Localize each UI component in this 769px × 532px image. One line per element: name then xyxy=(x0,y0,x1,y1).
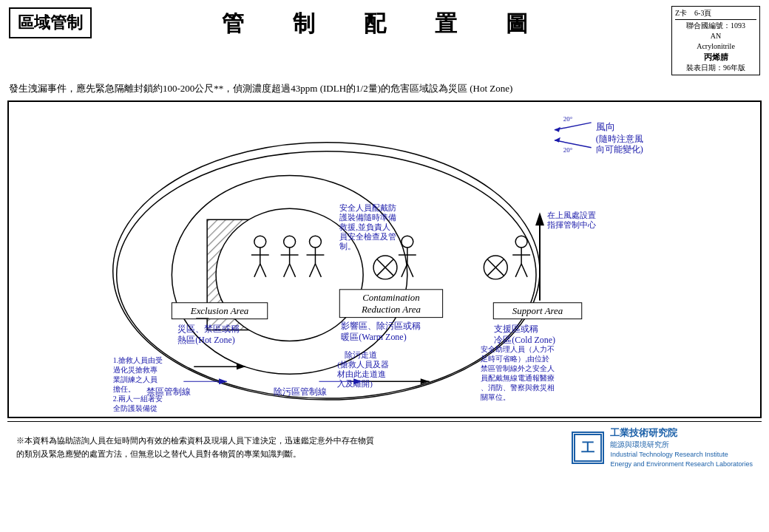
card-z-label: Z卡 6-3頁 xyxy=(675,8,711,18)
svg-text:暖區(Warm Zone): 暖區(Warm Zone) xyxy=(341,332,406,342)
svg-text:(搶救人員及器: (搶救人員及器 xyxy=(337,360,389,369)
svg-text:制。: 制。 xyxy=(339,242,356,250)
card-date: 裝表日期：96年版 xyxy=(675,63,756,73)
org-sub1: 能源與環境研究所 xyxy=(610,440,753,450)
svg-text:除污區管制線: 除污區管制線 xyxy=(274,386,327,397)
svg-text:材由此走道進: 材由此走道進 xyxy=(336,369,386,378)
svg-text:冷區(Cold Zone): 冷區(Cold Zone) xyxy=(494,335,555,345)
svg-text:除污走道: 除污走道 xyxy=(345,350,377,359)
svg-text:足時可省略）,由位於: 足時可省略）,由位於 xyxy=(481,355,549,363)
org-main-name: 工業技術研究院 xyxy=(610,426,753,440)
svg-text:Exclusion Area: Exclusion Area xyxy=(190,305,249,316)
card-chinese-name: 丙烯腈 xyxy=(675,52,756,63)
svg-text:Contamination: Contamination xyxy=(362,292,420,303)
svg-text:安全助理人員（人力不: 安全助理人員（人力不 xyxy=(481,345,555,353)
subtitle-text: 發生洩漏事件，應先緊急隔離封鎖約100-200公尺**，偵測濃度超過43ppm … xyxy=(0,78,769,100)
svg-text:Support Area: Support Area xyxy=(512,305,563,316)
logo-icon: 工 xyxy=(572,432,604,464)
svg-text:禁區管制線外之安全人: 禁區管制線外之安全人 xyxy=(481,364,555,372)
svg-text:支援區或稱: 支援區或稱 xyxy=(494,323,538,333)
svg-text:擔任。: 擔任。 xyxy=(113,385,135,393)
svg-text:過化災搶救專: 過化災搶救專 xyxy=(113,366,157,374)
org-sub2: Industrial Technology Research Institute xyxy=(610,450,753,460)
svg-text:、消防、警察與救災相: 、消防、警察與救災相 xyxy=(481,383,555,392)
svg-text:影響區、除污區或稱: 影響區、除污區或稱 xyxy=(341,320,421,330)
svg-text:員配戴無線電通報醫療: 員配戴無線電通報醫療 xyxy=(481,374,555,382)
svg-text:工: 工 xyxy=(581,440,594,455)
region-control-label: 區域管制 xyxy=(9,7,92,38)
svg-text:救援,並負責人: 救援,並負責人 xyxy=(339,222,390,231)
footer: ※本資料為協助諮詢人員在短時間內有效的檢索資料及現場人員下達決定，迅速鑑定意外中… xyxy=(7,421,762,471)
svg-text:災區、禁區或稱: 災區、禁區或稱 xyxy=(177,323,240,333)
svg-text:安全人員配戴防: 安全人員配戴防 xyxy=(339,203,396,212)
card-an: AN xyxy=(675,31,756,41)
svg-text:向可能變化): 向可能變化) xyxy=(596,144,643,154)
svg-text:1.搶救人員由受: 1.搶救人員由受 xyxy=(113,356,163,364)
footer-logo: 工 工業技術研究院 能源與環境研究所 Industrial Technology… xyxy=(572,426,753,468)
svg-text:20°: 20° xyxy=(563,146,573,154)
svg-text:在上風處設置: 在上風處設置 xyxy=(547,211,596,219)
svg-text:業訓練之人員: 業訓練之人員 xyxy=(113,375,157,383)
logo-text: 工業技術研究院 能源與環境研究所 Industrial Technology R… xyxy=(610,426,753,468)
svg-text:Reduction Area: Reduction Area xyxy=(361,304,421,315)
svg-text:20°: 20° xyxy=(563,115,573,123)
svg-text:關單位。: 關單位。 xyxy=(481,393,510,401)
card-info: Z卡 6-3頁 聯合國編號：1093 AN Acrylonitrile 丙烯腈 … xyxy=(671,6,760,75)
svg-text:護裝備隨時準備: 護裝備隨時準備 xyxy=(339,213,396,222)
svg-text:禁區管制線: 禁區管制線 xyxy=(146,386,191,397)
svg-text:熱區(Hot Zone): 熱區(Hot Zone) xyxy=(177,335,234,345)
header: 區域管制 管 制 配 置 圖 Z卡 6-3頁 聯合國編號：1093 AN Acr… xyxy=(0,0,769,78)
svg-text:員安全檢查及管: 員安全檢查及管 xyxy=(339,232,396,241)
org-sub3: Energy and Environment Research Laborato… xyxy=(610,460,753,469)
diagram-svg: 20° 20° 風向 (隨時注意風 向可能變化) xyxy=(9,102,760,417)
svg-text:(隨時注意風: (隨時注意風 xyxy=(596,134,643,144)
footer-disclaimer: ※本資料為協助諮詢人員在短時間內有效的檢索資料及現場人員下達決定，迅速鑑定意外中… xyxy=(16,434,560,460)
card-un-number: 聯合國編號：1093 xyxy=(675,21,756,31)
svg-text:全防護裝備從: 全防護裝備從 xyxy=(113,404,157,412)
diagram-container: 20° 20° 風向 (隨時注意風 向可能變化) xyxy=(7,100,762,418)
card-acrylonitrile: Acrylonitrile xyxy=(675,41,756,52)
main-title: 管 制 配 置 圖 xyxy=(92,6,671,39)
svg-text:指揮管制中心: 指揮管制中心 xyxy=(546,220,596,229)
svg-text:風向: 風向 xyxy=(596,121,615,132)
